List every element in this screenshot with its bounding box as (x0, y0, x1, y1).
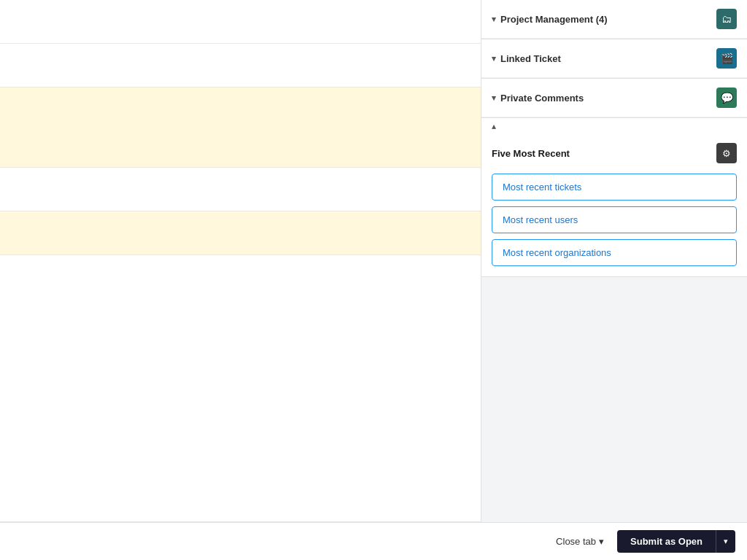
submit-btn-group: Submit as Open ▾ (617, 530, 735, 553)
private-comments-chevron: ▾ (492, 93, 496, 103)
project-management-icon: 🗂 (716, 9, 737, 29)
linked-ticket-header-left: ▾ Linked Ticket (492, 53, 561, 64)
private-comments-header-left: ▾ Private Comments (492, 93, 584, 104)
left-row-1 (0, 0, 481, 44)
left-panel (0, 0, 481, 522)
submit-as-open-button[interactable]: Submit as Open (617, 530, 716, 553)
project-management-chevron: ▾ (492, 15, 496, 24)
private-comments-section: ▾ Private Comments 💬 (481, 79, 747, 118)
submit-dropdown-icon: ▾ (724, 537, 728, 545)
right-spacer (481, 277, 747, 522)
linked-ticket-chevron: ▾ (492, 54, 496, 63)
most-recent-tickets-item[interactable]: Most recent tickets (492, 174, 737, 201)
submit-dropdown-button[interactable]: ▾ (716, 530, 735, 553)
project-management-header-left: ▾ Project Management (4) (492, 14, 608, 25)
five-most-recent-items: Most recent tickets Most recent users Mo… (481, 169, 747, 276)
linked-ticket-icon: 🎬 (716, 48, 737, 69)
collapse-button[interactable]: ▴ (481, 118, 747, 134)
most-recent-users-item[interactable]: Most recent users (492, 206, 737, 233)
five-most-recent-header: Five Most Recent ⚙ (481, 134, 747, 169)
five-most-recent-title: Five Most Recent (492, 148, 570, 159)
bottom-bar: Close tab ▾ Submit as Open ▾ (0, 522, 747, 560)
private-comments-icon: 💬 (716, 88, 737, 108)
project-management-label: Project Management (4) (500, 14, 608, 25)
linked-ticket-header[interactable]: ▾ Linked Ticket 🎬 (481, 39, 747, 78)
left-row-yellow-2 (0, 211, 481, 255)
close-tab-chevron: ▾ (599, 536, 604, 547)
left-row-2 (0, 44, 481, 88)
private-comments-header[interactable]: ▾ Private Comments 💬 (481, 79, 747, 117)
project-management-header[interactable]: ▾ Project Management (4) 🗂 (481, 0, 747, 39)
five-most-recent-icon: ⚙ (716, 143, 737, 163)
collapse-icon: ▴ (492, 121, 496, 131)
right-panel: ▾ Project Management (4) 🗂 ▾ Linked Tick… (481, 0, 747, 522)
left-row-yellow-1 (0, 88, 481, 168)
private-comments-label: Private Comments (500, 93, 584, 104)
left-row-3 (0, 168, 481, 211)
project-management-section: ▾ Project Management (4) 🗂 (481, 0, 747, 39)
five-most-recent-section: ▴ Five Most Recent ⚙ Most recent tickets… (481, 118, 747, 277)
left-row-empty (0, 255, 481, 522)
close-tab-button[interactable]: Close tab ▾ (549, 532, 611, 551)
linked-ticket-section: ▾ Linked Ticket 🎬 (481, 39, 747, 79)
main-layout: ▾ Project Management (4) 🗂 ▾ Linked Tick… (0, 0, 747, 522)
most-recent-organizations-item[interactable]: Most recent organizations (492, 239, 737, 266)
close-tab-label: Close tab (556, 536, 596, 547)
linked-ticket-label: Linked Ticket (500, 53, 561, 64)
